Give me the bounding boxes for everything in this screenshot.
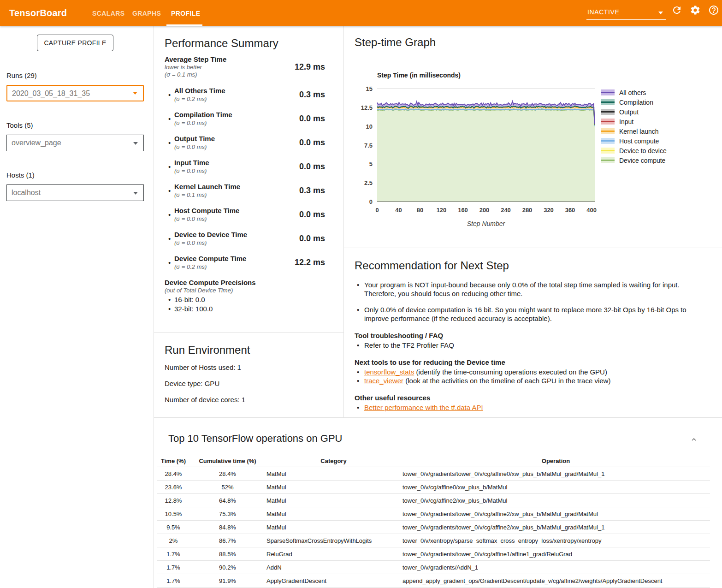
step-time-graph-title: Step-time Graph: [355, 36, 436, 49]
hosts-select-value: localhost: [12, 185, 41, 201]
app-header: TensorBoard SCALARS GRAPHS PROFILE INACT…: [0, 0, 722, 26]
runs-label: Runs (29): [6, 71, 37, 79]
cell-time: 1.7%: [157, 551, 189, 558]
cell-time: 1.7%: [157, 577, 189, 584]
reload-icon[interactable]: [671, 5, 682, 16]
hosts-select[interactable]: localhost: [6, 184, 144, 201]
run-environment-section: Run Environment Number of Hosts used: 1 …: [165, 344, 331, 412]
environment-line: Number of Hosts used: 1: [165, 363, 331, 372]
table-row: 10.5% 75.3% MatMul tower_0/v/gradients/t…: [157, 507, 710, 521]
metric-value: 0.3 ms: [299, 186, 325, 196]
svg-text:360: 360: [565, 207, 575, 214]
legend-label: Output: [619, 108, 639, 116]
metric-label: All Others Time: [174, 87, 299, 95]
cell-operation: append_apply_gradient_ops/GradientDescen…: [402, 577, 710, 584]
metric-label: Device to Device Time: [174, 231, 299, 239]
perf-metric-row: • Device Compute Time (σ = 0.2 ms) 12.2 …: [165, 255, 325, 271]
average-step-time-row: Average Step Time lower is better (σ = 0…: [165, 55, 325, 78]
metric-sigma: (σ = 0.0 ms): [174, 215, 299, 223]
metric-label: Host Compute Time: [174, 207, 299, 215]
cell-operation: tower_0/v/gradients/tower_0/v/cg/affine2…: [402, 524, 710, 531]
metric-label: Average Step Time: [165, 55, 295, 64]
faq-list: Refer to the TF2 Profiler FAQ: [355, 341, 712, 350]
cell-cumulative: 88.5%: [189, 551, 266, 558]
svg-text:280: 280: [522, 207, 533, 214]
cell-time: 2%: [157, 537, 189, 544]
runs-select[interactable]: 2020_03_05_18_31_35: [6, 85, 144, 101]
legend-item: Output: [601, 107, 667, 117]
resources-list: Better performance with the tf.data API: [355, 403, 712, 412]
environment-line: Device type: GPU: [165, 380, 331, 388]
recommendation-title: Recommendation for Next Step: [355, 259, 712, 272]
next-tools-heading: Next tools to use for reducing the Devic…: [355, 358, 712, 367]
precision-line: •16-bit: 0.0: [165, 295, 325, 304]
cell-cumulative: 52%: [189, 484, 266, 491]
chevron-down-icon: [133, 142, 138, 145]
tools-label: Tools (5): [6, 121, 33, 129]
status-select[interactable]: INACTIVE: [586, 5, 666, 20]
metric-value: 0.0 ms: [299, 234, 325, 244]
precision-line: •32-bit: 100.0: [165, 304, 325, 314]
svg-text:0: 0: [369, 198, 373, 205]
top-ops-title: Top 10 TensorFlow operations on GPU: [168, 432, 710, 445]
legend-label: Kernel launch: [619, 128, 659, 135]
legend-label: All others: [619, 89, 646, 96]
legend-label: Compilation: [619, 99, 653, 106]
legend-label: Device compute: [619, 157, 665, 164]
perf-metric-list: • All Others Time (σ = 0.2 ms) 0.3 ms • …: [165, 87, 325, 271]
metric-sigma: (σ = 0.1 ms): [174, 191, 299, 199]
precisions-list: •16-bit: 0.0 •32-bit: 100.0: [165, 295, 325, 314]
precisions-note: (out of Total Device Time): [165, 287, 325, 294]
help-icon[interactable]: [708, 5, 719, 16]
link-desc: (look at the activities on the timeline …: [403, 377, 610, 385]
tools-select[interactable]: overview_page: [6, 135, 144, 151]
legend-swatch: [601, 119, 615, 125]
link[interactable]: trace_viewer: [364, 377, 403, 385]
bullet-icon: •: [168, 259, 174, 267]
list-item: Better performance with the tf.data API: [355, 403, 712, 412]
cell-operation: tower_0/v/gradients/AddN_1: [402, 564, 710, 571]
metric-sigma: (σ = 0.0 ms): [174, 167, 299, 175]
bullet-icon: •: [168, 304, 174, 314]
metric-sigma: (σ = 0.0 ms): [174, 143, 299, 151]
table-row: 1.7% 88.5% ReluGrad tower_0/v/gradients/…: [157, 547, 710, 561]
cell-operation: tower_0/v/cg/affine2/xw_plus_b/MatMul: [402, 497, 710, 504]
link[interactable]: tensorflow_stats: [364, 368, 414, 376]
metric-label: Compilation Time: [174, 111, 299, 119]
metric-value: 0.0 ms: [299, 114, 325, 124]
tab-profile[interactable]: PROFILE: [171, 0, 200, 26]
list-item: tensorflow_stats (identify the time-cons…: [355, 368, 712, 376]
cell-operation: tower_0/v/gradients/tower_0/v/cg/affine1…: [402, 551, 710, 558]
step-time-chart: 02.557.51012.515040801201602002402803203…: [349, 65, 601, 231]
perf-metric-row: • Output Time (σ = 0.0 ms) 0.0 ms: [165, 135, 325, 151]
table-body: 28.4% 28.4% MatMul tower_0/v/gradients/t…: [157, 467, 710, 588]
metric-note: lower is better: [165, 64, 295, 71]
metric-value: 12.2 ms: [295, 258, 325, 267]
cell-cumulative: 75.3%: [189, 511, 266, 517]
metric-value: 0.0 ms: [299, 210, 325, 220]
capture-profile-button[interactable]: CAPTURE PROFILE: [37, 35, 113, 51]
chart-legend: All othersCompilationOutputInputKernel l…: [601, 88, 667, 165]
metric-label: Input Time: [174, 159, 299, 167]
cell-category: ReluGrad: [266, 551, 402, 558]
link[interactable]: Better performance with the tf.data API: [364, 404, 483, 411]
svg-text:80: 80: [417, 207, 423, 214]
legend-item: Device to device: [601, 146, 667, 155]
gear-icon[interactable]: [690, 5, 701, 16]
recommendation-bullet: Your program is NOT input-bound because …: [355, 280, 712, 298]
bullet-icon: •: [168, 187, 174, 195]
metric-value: 12.9 ms: [295, 62, 325, 72]
column-header: Operation: [402, 457, 710, 464]
bullet-icon: •: [168, 91, 174, 99]
cell-cumulative: 28.4%: [189, 470, 266, 477]
tab-scalars[interactable]: SCALARS: [92, 0, 124, 26]
resources-heading: Other useful resources: [355, 394, 712, 402]
svg-text:160: 160: [458, 207, 468, 214]
recommendation-section: Recommendation for Next Step Your progra…: [355, 259, 712, 412]
tools-select-value: overview_page: [12, 135, 61, 151]
cell-category: ApplyGradientDescent: [266, 577, 402, 584]
precisions-label: Device Compute Precisions: [165, 279, 325, 287]
recommendation-bullet: Only 0.0% of device computation is 16 bi…: [355, 305, 712, 323]
tab-graphs[interactable]: GRAPHS: [132, 0, 161, 26]
chevron-up-icon[interactable]: [690, 435, 698, 444]
